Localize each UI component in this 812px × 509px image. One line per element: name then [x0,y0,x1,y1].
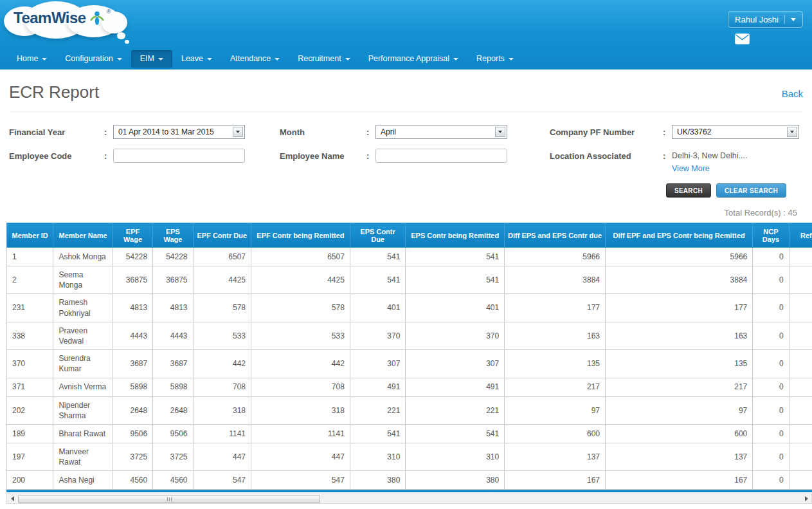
logo-cloud-bubble [117,32,125,39]
table-cell: 5966 [606,248,753,266]
table-cell [789,248,812,266]
view-more-link[interactable]: View More [672,164,710,173]
clear-search-button[interactable]: CLEAR SEARCH [716,183,786,198]
table-cell: 167 [505,471,606,490]
chevron-down-icon [275,58,280,60]
financial-year-select[interactable]: 01 Apr 2014 to 31 Mar 2015 [113,125,245,139]
table-cell: Bharat Rawat [53,424,113,443]
scroll-left-arrow[interactable] [7,494,17,503]
chevron-down-icon [345,58,350,60]
horizontal-scrollbar[interactable] [6,494,812,504]
table-cell: 200 [7,471,53,490]
column-header: EPS Contr Due [350,223,405,248]
scrollbar-thumb[interactable] [18,495,320,503]
table-cell: 491 [350,378,405,396]
column-header: Member ID [7,223,53,248]
table-cell: 447 [251,443,350,470]
chevron-down-icon [42,58,47,60]
table-cell: Ramesh Pokhriyal [53,294,113,322]
employee-name-input[interactable] [375,149,507,163]
table-cell: 3687 [153,350,193,378]
table-cell: 541 [350,248,405,266]
table-cell: 1141 [193,424,251,443]
table-cell: 3725 [113,443,152,470]
table-row: 338Praveen Vedwal44434443533533370370163… [7,322,812,349]
table-cell: 5898 [153,378,193,396]
nav-item-configuration[interactable]: Configuration [56,50,131,68]
table-cell: Seema Monga [53,266,113,294]
table-cell [789,424,812,443]
table-cell: 2 [7,266,53,294]
table-cell: 4813 [153,294,193,322]
company-pf-select[interactable]: UK/33762 [672,125,799,139]
month-select[interactable]: April [375,125,507,139]
table-cell: 318 [251,396,350,424]
table-cell: 3884 [505,266,606,294]
nav-item-attendance[interactable]: Attendance [221,50,289,68]
table-cell: 9506 [113,424,152,443]
table-cell: 370 [406,322,505,349]
employee-code-input[interactable] [113,149,245,163]
user-menu-button[interactable]: Rahul Joshi [728,11,803,28]
table-cell: 307 [350,350,405,378]
table-row: 1Ashok Monga5422854228650765075415415966… [7,248,812,266]
table-cell: 541 [350,424,405,443]
table-cell: 401 [406,294,505,322]
scrollbar-track[interactable] [17,494,801,503]
table-cell: 0 [753,248,789,266]
nav-item-eim[interactable]: EIM [131,50,172,68]
nav-item-leave[interactable]: Leave [172,50,221,68]
table-cell: 541 [406,266,505,294]
table-cell: 54228 [113,248,152,266]
table-row: 371Avnish Verma5898589870870849149121721… [7,378,812,396]
table-cell: 202 [7,396,53,424]
mail-icon[interactable] [735,33,750,47]
table-cell: 0 [753,443,789,470]
chevron-down-icon [207,58,212,60]
column-header: Diff EPS and EPS Contr due [505,223,606,248]
scroll-right-arrow[interactable] [801,494,811,503]
column-header: Member Name [53,223,113,248]
table-cell: Avnish Verma [53,378,113,396]
table-cell: 137 [606,443,753,470]
table-row: 189Bharat Rawat9506950611411141541541600… [7,424,812,443]
nav-item-home[interactable]: Home [8,50,56,68]
table-cell: 0 [753,322,789,349]
table-cell: 4443 [113,322,152,349]
table-cell: 3884 [606,266,753,294]
table-cell: Nipender Sharma [53,396,113,424]
back-link[interactable]: Back [782,88,803,99]
dropdown-button-icon[interactable] [495,127,505,137]
table-cell: 310 [350,443,405,470]
table-row: 370Surendra Kumar36873687442442307307135… [7,350,812,378]
total-records-count: Total Record(s) : 45 [9,208,797,217]
table-cell: 547 [251,471,350,490]
table-cell [789,294,812,322]
column-header: EPF Contr Due [193,223,251,248]
search-button[interactable]: SEARCH [666,183,711,198]
table-cell: 442 [251,350,350,378]
table-cell: 0 [753,294,789,322]
nav-item-recruitment[interactable]: Recruitment [289,50,359,68]
nav-item-performance-appraisal[interactable]: Performance Appraisal [359,50,467,68]
nav-item-reports[interactable]: Reports [467,50,523,68]
table-row: 197Manveer Rawat372537254474473103101371… [7,443,812,470]
table-cell: 2648 [113,396,152,424]
table-cell: 0 [753,471,789,490]
table-cell: 371 [7,378,53,396]
chevron-down-icon [509,58,514,60]
table-cell [789,322,812,349]
table-cell: 578 [251,294,350,322]
table-cell: 163 [606,322,753,349]
table-cell: Ashok Monga [53,248,113,266]
dropdown-button-icon[interactable] [233,127,243,137]
dropdown-button-icon[interactable] [787,127,797,137]
table-cell [789,396,812,424]
table-cell: 578 [193,294,251,322]
location-associated-label: Location Associated [550,149,663,161]
table-cell: 370 [7,350,53,378]
table-cell: 135 [606,350,753,378]
table-cell: 380 [350,471,405,490]
company-pf-label: Company PF Number [550,125,663,137]
table-cell [789,266,812,294]
